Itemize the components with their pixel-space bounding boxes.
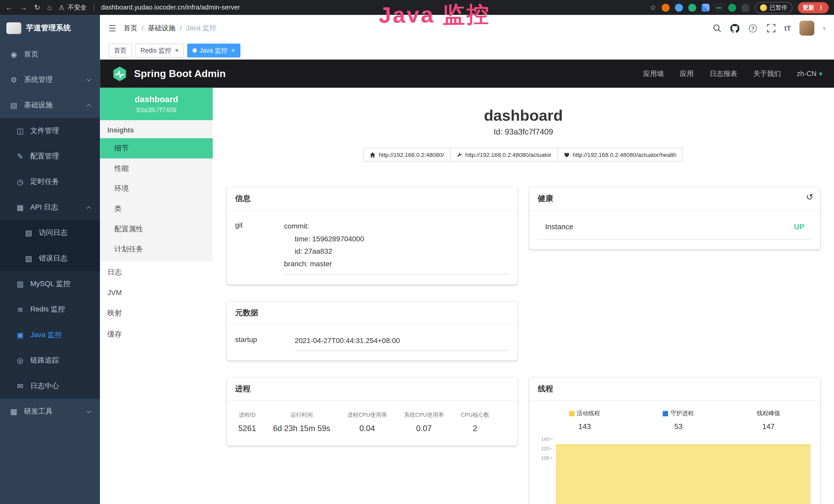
help-icon[interactable]: ? [748, 23, 758, 33]
extension-drop-icon[interactable] [675, 3, 683, 11]
metric-label: 系统CPU使用率 [404, 412, 444, 419]
close-icon[interactable]: × [231, 47, 235, 54]
kebab-menu-icon[interactable]: ⋮ [818, 4, 824, 11]
close-icon[interactable]: × [175, 47, 179, 54]
sidebar-item-details[interactable]: 细节 [100, 138, 213, 158]
sidebar-item-api-logs[interactable]: ▦ API 日志 [0, 194, 100, 220]
breadcrumb-home[interactable]: 首页 [124, 23, 137, 33]
extension-green-icon[interactable] [688, 3, 696, 11]
sidebar-item-label: API 日志 [30, 203, 58, 212]
fullscreen-icon[interactable] [766, 23, 776, 33]
paused-badge[interactable]: 已暂停 [755, 2, 792, 13]
extension-grid-icon[interactable] [701, 3, 709, 11]
sidebar: 芋道管理系统 ◉ 首页 ⚙ 系统管理 ▤ 基础设施 ◫ 文件管理 [0, 15, 100, 504]
sidebar-item-caches[interactable]: 缓存 [100, 324, 213, 345]
locale-selector[interactable]: zh-CN ▾ [797, 70, 822, 77]
sidebar-item-metrics[interactable]: 性能 [100, 158, 213, 179]
main-column: ☰ 首页 / 基础设施 / Java 监控 ? [100, 15, 834, 504]
instance-id: 93a3fc7f7409 [104, 106, 208, 114]
github-icon[interactable] [730, 23, 740, 33]
nav-applications-wall[interactable]: 应用墙 [643, 69, 664, 78]
help-glyph: ? [749, 24, 757, 32]
search-icon[interactable] [712, 23, 722, 33]
sidebar-item-config-manage[interactable]: ✎ 配置管理 [0, 143, 100, 169]
card-body: startup 2021-04-27T00:44:31.254+08:00 [226, 324, 518, 361]
extension-leaf-icon[interactable] [728, 3, 736, 11]
instance-sidebar: dashboard 93a3fc7f7409 Insights 细节 性能 环境… [100, 88, 213, 504]
sidebar-item-java-monitor[interactable]: ▣ Java 监控 [0, 322, 100, 348]
screen: ← → ↻ ⌂ ⚠ 不安全 dashboard.yudao.iocoder.cn… [0, 0, 834, 504]
y-axis-tick: 140 [536, 436, 552, 442]
avatar[interactable] [799, 21, 814, 36]
nav-journal[interactable]: 日志报表 [710, 69, 738, 78]
nav-about[interactable]: 关于我们 [753, 69, 781, 78]
sidebar-item-classes[interactable]: 类 [100, 199, 213, 219]
sidebar-item-label: 日志中心 [30, 381, 59, 391]
sidebar-item-mysql-monitor[interactable]: ▥ MySQL 监控 [0, 271, 100, 297]
browser-home-icon[interactable]: ⌂ [47, 4, 52, 11]
extension-switch-icon[interactable]: on [715, 3, 723, 11]
tab-label: Redis 监控 [140, 46, 171, 55]
tab-java-monitor[interactable]: Java 监控 × [187, 44, 240, 58]
sidebar-item-scheduled-jobs[interactable]: ◷ 定时任务 [0, 169, 100, 194]
bookmark-icon[interactable]: ☆ [650, 4, 656, 11]
api-log-icon: ▦ [16, 203, 24, 211]
sidebar-item-scheduled-tasks[interactable]: 计划任务 [100, 239, 213, 259]
history-icon[interactable]: ↺ [806, 192, 813, 202]
health-url-link[interactable]: http://192.168.0.2:48080/actuator/health [557, 148, 683, 162]
actuator-url-link[interactable]: http://192.168.0.2:48080/actuator [450, 148, 558, 162]
sidebar-item-infra[interactable]: ▤ 基础设施 [0, 92, 100, 118]
avatar-caret-icon[interactable]: ▾ [823, 25, 825, 31]
service-url-link[interactable]: http://192.168.0.2:48080/ [364, 148, 450, 162]
extension-fox-icon[interactable] [662, 3, 670, 11]
breadcrumb-separator: / [180, 24, 182, 32]
sidebar-item-logs[interactable]: 日志 [100, 261, 213, 283]
brand-row: 芋道管理系统 [0, 15, 100, 42]
sidebar-item-error-logs[interactable]: ▨ 错误日志 [0, 246, 100, 271]
sidebar-item-log-center[interactable]: ✉ 日志中心 [0, 373, 100, 399]
timer-icon: ◷ [16, 178, 24, 186]
sidebar-item-file-manage[interactable]: ◫ 文件管理 [0, 118, 100, 143]
reload-icon[interactable]: ↻ [34, 4, 40, 11]
nav-applications[interactable]: 应用 [680, 69, 694, 78]
card-title: 健康 [538, 194, 553, 203]
forward-icon[interactable]: → [20, 4, 27, 11]
sidebar-item-tracing[interactable]: ◎ 链路追踪 [0, 348, 100, 373]
metric-label: 进程ID [238, 412, 256, 419]
sidebar-item-environment[interactable]: 环境 [100, 179, 213, 199]
metric-value: 6d 23h 15m 59s [273, 424, 330, 433]
metric-system-cpu: 系统CPU使用率 0.07 [404, 412, 444, 433]
metadata-value: 2021-04-27T00:44:31.254+08:00 [294, 334, 509, 351]
address-bar[interactable]: dashboard.yudao.iocoder.cn/infra/admin-s… [101, 4, 240, 11]
sidebar-item-mappings[interactable]: 映射 [100, 302, 213, 324]
tab-home[interactable]: 首页 [108, 44, 132, 58]
metadata-key: startup [235, 334, 294, 351]
font-size-icon[interactable]: tT [785, 24, 791, 32]
extensions-puzzle-icon[interactable] [742, 3, 749, 11]
metric-label: 运行时间 [273, 412, 330, 419]
hamburger-icon[interactable]: ☰ [108, 23, 116, 33]
sidebar-item-redis-monitor[interactable]: ≋ Redis 监控 [0, 297, 100, 322]
sidebar-item-access-logs[interactable]: ▧ 访问日志 [0, 220, 100, 246]
back-icon[interactable]: ← [5, 4, 13, 11]
sidebar-item-system[interactable]: ⚙ 系统管理 [0, 67, 100, 92]
sba-logo-icon [112, 66, 128, 82]
live-threads-area [556, 444, 811, 504]
heart-icon [564, 152, 569, 158]
threads-card: 线程 活动线程 143 [529, 378, 820, 504]
sidebar-item-jvm[interactable]: JVM [100, 283, 213, 303]
sidebar-item-config-props[interactable]: 配置属性 [100, 219, 213, 239]
active-tab-dot [193, 48, 197, 53]
sidebar-item-label: 首页 [24, 49, 38, 59]
metadata-card: 元数据 startup 2021-04-27T00:44:31.254+08:0… [226, 301, 518, 361]
log-center-icon: ✉ [16, 382, 24, 390]
metric-label: CPU核心数 [461, 412, 489, 419]
tab-redis-monitor[interactable]: Redis 监控 × [135, 44, 184, 58]
sidebar-item-devtools[interactable]: ▩ 研发工具 [0, 399, 100, 424]
breadcrumb-infra[interactable]: 基础设施 [148, 23, 176, 33]
sidebar-item-home[interactable]: ◉ 首页 [0, 42, 100, 67]
security-indicator[interactable]: ⚠ 不安全 [59, 3, 87, 12]
update-button[interactable]: 更新 ⋮ [798, 2, 829, 13]
instance-links: http://192.168.0.2:48080/ http://192.168… [213, 148, 834, 162]
divider [93, 4, 94, 11]
